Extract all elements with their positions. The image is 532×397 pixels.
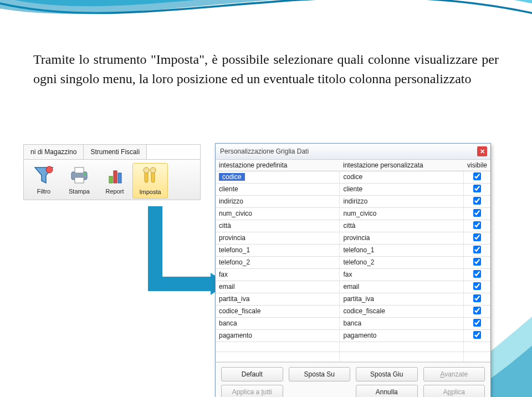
cell-predefinita: cliente: [219, 185, 238, 193]
cell-predefinita: provincia: [219, 234, 245, 242]
table-row[interactable]: telefono_2telefono_2: [216, 256, 490, 268]
table-row[interactable]: bancabanca: [216, 317, 490, 329]
dialog-titlebar: Personalizzazione Griglia Dati ✕: [216, 144, 490, 160]
annulla-button[interactable]: Annulla: [356, 385, 418, 398]
svg-point-5: [84, 173, 86, 175]
applica-tutti-button[interactable]: Applica a tutti: [221, 385, 283, 398]
cell-personalizzata[interactable]: telefono_1: [340, 244, 464, 256]
visible-checkbox[interactable]: [473, 319, 481, 327]
avanzate-button[interactable]: Avanzate: [423, 367, 485, 381]
sposta-giu-button[interactable]: Sposta Giu: [356, 367, 418, 381]
default-button[interactable]: Default: [221, 367, 283, 381]
table-row[interactable]: codice_fiscalecodice_fiscale: [216, 305, 490, 317]
sposta-su-button[interactable]: Sposta Su: [289, 367, 351, 381]
cell-personalizzata[interactable]: codice: [340, 171, 464, 183]
tab-magazzino[interactable]: ni di Magazzino: [24, 145, 84, 159]
cell-predefinita: telefono_1: [219, 246, 250, 254]
stampa-icon: [66, 164, 93, 186]
table-row[interactable]: emailemail: [216, 281, 490, 293]
toolbar-tabstrip: ni di Magazzino Strumenti Fiscali: [23, 144, 201, 159]
cell-predefinita: codice: [219, 173, 245, 181]
cell-personalizzata[interactable]: num_civico: [340, 207, 464, 220]
stampa-button[interactable]: Stampa: [62, 163, 97, 198]
cell-personalizzata[interactable]: fax: [340, 268, 464, 281]
table-row[interactable]: partita_ivapartita_iva: [216, 293, 490, 305]
visible-checkbox[interactable]: [473, 294, 481, 302]
filtro-icon: [30, 164, 57, 186]
visible-checkbox[interactable]: [473, 172, 481, 180]
table-row[interactable]: codicecodice: [216, 171, 490, 183]
cell-predefinita: email: [219, 283, 235, 291]
filtro-button[interactable]: Filtro: [26, 163, 62, 198]
slide-body-text: Tramite lo strumento "Imposta", è possib…: [33, 50, 499, 89]
visible-checkbox[interactable]: [473, 197, 481, 205]
table-row[interactable]: telefono_1telefono_1: [216, 244, 490, 256]
tab-strumenti-fiscali[interactable]: Strumenti Fiscali: [84, 145, 147, 159]
cell-predefinita: num_civico: [219, 210, 252, 217]
cell-personalizzata[interactable]: banca: [340, 317, 464, 329]
col-header-predefinita[interactable]: intestazione predefinita: [216, 160, 340, 171]
visible-checkbox[interactable]: [473, 221, 481, 229]
dialog-title: Personalizzazione Griglia Dati: [220, 147, 309, 155]
visible-checkbox[interactable]: [473, 282, 481, 290]
cell-personalizzata[interactable]: città: [340, 220, 464, 232]
stampa-label: Stampa: [69, 188, 90, 195]
visible-checkbox[interactable]: [473, 258, 481, 266]
svg-rect-4: [75, 177, 84, 183]
cell-predefinita: banca: [219, 319, 237, 327]
close-icon[interactable]: ✕: [477, 146, 487, 156]
cell-predefinita: telefono_2: [219, 258, 250, 266]
cell-personalizzata[interactable]: provincia: [340, 232, 464, 244]
cell-personalizzata[interactable]: partita_iva: [340, 293, 464, 305]
toolbar-buttons: Filtro Stampa: [23, 159, 201, 200]
imposta-button[interactable]: Imposta: [132, 163, 168, 198]
svg-rect-3: [75, 167, 84, 173]
dialog-button-row: Default Sposta Su Sposta Giu Avanzate Ap…: [216, 362, 490, 398]
visible-checkbox[interactable]: [473, 233, 481, 241]
cell-personalizzata[interactable]: codice_fiscale: [340, 305, 464, 317]
cell-predefinita: codice_fiscale: [219, 307, 260, 315]
table-row[interactable]: clientecliente: [216, 183, 490, 195]
cell-personalizzata[interactable]: pagamento: [340, 329, 464, 342]
imposta-icon: [137, 165, 163, 187]
connector-arrow: [127, 206, 227, 317]
svg-point-1: [46, 166, 53, 173]
table-row[interactable]: cittàcittà: [216, 220, 490, 232]
table-row[interactable]: faxfax: [216, 268, 490, 281]
avanzate-label-rest: vanzate: [444, 370, 468, 378]
filtro-label: Filtro: [37, 188, 50, 195]
applica-button[interactable]: Applica: [423, 385, 485, 398]
col-header-visibile[interactable]: visibile: [464, 160, 490, 171]
cell-personalizzata[interactable]: telefono_2: [340, 256, 464, 268]
col-header-personalizzata[interactable]: intestazione personalizzata: [340, 160, 464, 171]
report-label: Report: [105, 188, 124, 195]
report-button[interactable]: Report: [97, 163, 132, 198]
report-icon: [101, 164, 128, 186]
visible-checkbox[interactable]: [473, 185, 481, 192]
visible-checkbox[interactable]: [473, 307, 481, 314]
cell-predefinita: pagamento: [219, 332, 252, 339]
svg-point-11: [144, 167, 149, 173]
table-row[interactable]: num_civiconum_civico: [216, 207, 490, 220]
table-row[interactable]: pagamentopagamento: [216, 329, 490, 342]
cell-predefinita: fax: [219, 271, 228, 278]
columns-grid: intestazione predefinita intestazione pe…: [216, 160, 490, 362]
visible-checkbox[interactable]: [473, 209, 481, 217]
table-row[interactable]: provinciaprovincia: [216, 232, 490, 244]
cell-personalizzata[interactable]: indirizzo: [340, 195, 464, 207]
cell-predefinita: partita_iva: [219, 295, 249, 303]
toolbar-panel: ni di Magazzino Strumenti Fiscali Filtro: [23, 144, 201, 200]
slide-swoosh-top: [0, 0, 532, 55]
table-row[interactable]: indirizzoindirizzo: [216, 195, 490, 207]
cell-predefinita: indirizzo: [219, 197, 243, 205]
svg-rect-8: [118, 173, 121, 183]
svg-rect-7: [114, 171, 117, 183]
visible-checkbox[interactable]: [473, 246, 481, 253]
personalizzazione-dialog: Personalizzazione Griglia Dati ✕ intesta…: [215, 143, 491, 397]
svg-point-12: [150, 167, 156, 173]
cell-personalizzata[interactable]: cliente: [340, 183, 464, 195]
visible-checkbox[interactable]: [473, 270, 481, 278]
visible-checkbox[interactable]: [473, 331, 481, 339]
cell-personalizzata[interactable]: email: [340, 281, 464, 293]
imposta-label: Imposta: [139, 189, 161, 195]
